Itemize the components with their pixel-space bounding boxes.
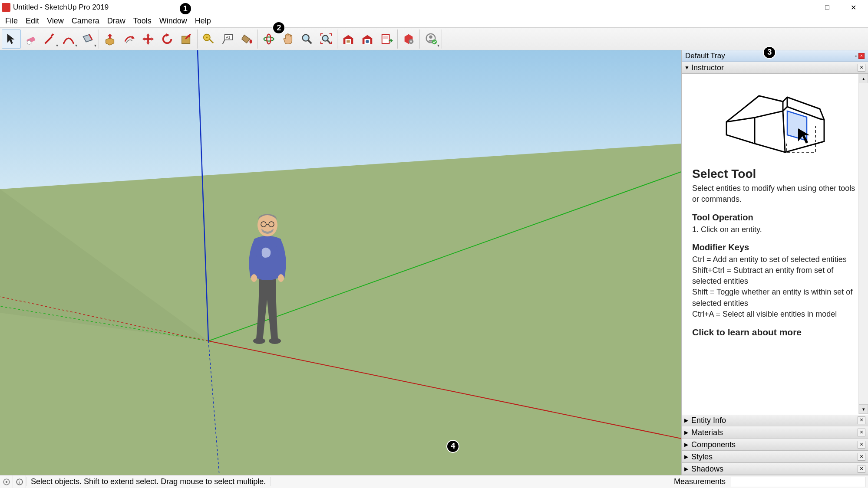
credits-button[interactable]: i <box>13 475 26 488</box>
panel-title: Instructor <box>691 63 724 72</box>
svg-point-2 <box>63 42 65 44</box>
svg-point-3 <box>73 42 74 44</box>
panel-close-icon[interactable]: × <box>858 453 865 461</box>
tray-close-icon[interactable]: × <box>858 53 865 59</box>
maximize-button[interactable]: □ <box>814 0 840 15</box>
collapse-icon: ▶ <box>684 417 691 423</box>
text-tool-button[interactable]: A1 <box>218 29 237 49</box>
minimize-button[interactable]: ‒ <box>788 0 814 15</box>
svg-point-11 <box>250 39 252 43</box>
svg-point-23 <box>410 40 412 43</box>
status-bar: i Select objects. Shift to extend select… <box>0 475 868 488</box>
panel-header-shadows[interactable]: ▶ Shadows × <box>682 463 868 475</box>
svg-point-37 <box>269 338 281 344</box>
scale-tool-button[interactable] <box>177 29 196 49</box>
svg-point-19 <box>366 39 369 43</box>
expand-icon: ▼ <box>684 65 691 71</box>
default-tray: Default Tray ▪ × ▼ Instructor × <box>681 50 868 475</box>
status-message: Select objects. Shift to extend select. … <box>26 477 271 486</box>
3d-warehouse-button[interactable] <box>339 29 358 49</box>
menu-edit[interactable]: Edit <box>22 15 43 27</box>
panel-title: Styles <box>691 452 713 462</box>
menu-tools[interactable]: Tools <box>129 15 155 27</box>
3d-viewport[interactable] <box>0 50 681 475</box>
panel-close-icon[interactable]: × <box>858 429 865 436</box>
panel-title: Shadows <box>691 465 723 474</box>
svg-point-36 <box>253 338 265 344</box>
title-bar: Untitled - SketchUp Pro 2019 ‒ □ ✕ <box>0 0 868 15</box>
arc-tool-button[interactable] <box>59 29 78 49</box>
zoom-extents-button[interactable] <box>317 29 336 49</box>
measurements-label: Measurements <box>671 477 728 486</box>
instructor-op-1: 1. Click on an entity. <box>692 224 856 235</box>
menu-window[interactable]: Window <box>155 15 191 27</box>
instructor-illustration <box>692 82 856 162</box>
rectangle-tool-button[interactable] <box>78 29 97 49</box>
svg-point-38 <box>251 274 257 282</box>
instructor-panel: Select Tool Select entities to modify wh… <box>682 74 868 414</box>
collapse-icon: ▶ <box>684 466 691 472</box>
pushpull-tool-button[interactable] <box>100 29 119 49</box>
menu-draw[interactable]: Draw <box>103 15 129 27</box>
instructor-desc: Select entities to modify when using oth… <box>692 183 856 205</box>
collapse-icon: ▶ <box>684 454 691 460</box>
svg-point-39 <box>278 274 284 282</box>
select-tool-button[interactable] <box>2 29 21 49</box>
scroll-up-icon[interactable]: ▴ <box>859 74 868 83</box>
panel-close-icon[interactable]: × <box>858 416 865 424</box>
extension-manager-button[interactable] <box>399 29 418 49</box>
panel-header-components[interactable]: ▶ Components × <box>682 439 868 451</box>
svg-point-15 <box>323 35 328 41</box>
panel-close-icon[interactable]: × <box>858 441 865 449</box>
menu-file[interactable]: File <box>1 15 22 27</box>
svg-point-25 <box>429 35 432 39</box>
menu-bar: File Edit View Camera Draw Tools Window … <box>0 15 868 28</box>
panel-header-styles[interactable]: ▶ Styles × <box>682 451 868 463</box>
svg-point-14 <box>303 34 309 41</box>
toolbar: A1 <box>0 28 868 50</box>
menu-view[interactable]: View <box>43 15 68 27</box>
paint-bucket-button[interactable] <box>237 29 256 49</box>
send-to-layout-button[interactable] <box>377 29 396 49</box>
instructor-mod-2: Shift+Ctrl = Subtract an entity from set… <box>692 265 856 287</box>
panel-header-materials[interactable]: ▶ Materials × <box>682 426 868 439</box>
main-area: Default Tray ▪ × ▼ Instructor × <box>0 50 868 475</box>
instructor-op-h: Tool Operation <box>692 211 856 223</box>
line-tool-button[interactable] <box>40 29 59 49</box>
scroll-down-icon[interactable]: ▾ <box>859 404 868 414</box>
instructor-mod-4: Ctrl+A = Select all visible entities in … <box>692 309 856 320</box>
tray-pin-icon[interactable]: ▪ <box>855 53 857 59</box>
panel-scrollbar[interactable]: ▴ ▾ <box>858 74 868 414</box>
window-title: Untitled - SketchUp Pro 2019 <box>13 3 109 12</box>
annotation-badge: 3 <box>763 46 776 59</box>
geo-location-button[interactable] <box>0 475 13 488</box>
panel-header-instructor[interactable]: ▼ Instructor × <box>682 62 868 74</box>
collapse-icon: ▶ <box>684 429 691 436</box>
panel-title: Materials <box>691 428 723 437</box>
collapse-icon: ▶ <box>684 442 691 448</box>
annotation-badge: 4 <box>446 440 459 453</box>
eraser-tool-button[interactable] <box>21 29 40 49</box>
menu-help[interactable]: Help <box>191 15 215 27</box>
svg-point-45 <box>5 481 7 483</box>
svg-point-8 <box>206 36 208 38</box>
zoom-tool-button[interactable] <box>297 29 317 49</box>
move-tool-button[interactable] <box>139 29 158 49</box>
offset-tool-button[interactable] <box>119 29 139 49</box>
instructor-more-link[interactable]: Click to learn about more <box>692 326 856 338</box>
app-icon <box>2 3 10 12</box>
svg-point-12 <box>264 37 274 41</box>
extension-warehouse-button[interactable] <box>358 29 377 49</box>
svg-rect-21 <box>383 36 388 39</box>
close-button[interactable]: ✕ <box>840 0 866 15</box>
tape-measure-button[interactable] <box>199 29 218 49</box>
panel-close-icon[interactable]: × <box>858 64 865 72</box>
instructor-mod-3: Shift = Toggle whether an entity is with… <box>692 287 856 308</box>
menu-camera[interactable]: Camera <box>68 15 103 27</box>
panel-header-entity-info[interactable]: ▶ Entity Info × <box>682 414 868 426</box>
panel-close-icon[interactable]: × <box>858 465 865 473</box>
measurements-input[interactable] <box>731 477 865 487</box>
user-account-button[interactable] <box>421 29 440 49</box>
instructor-title: Select Tool <box>692 165 856 182</box>
rotate-tool-button[interactable] <box>158 29 177 49</box>
